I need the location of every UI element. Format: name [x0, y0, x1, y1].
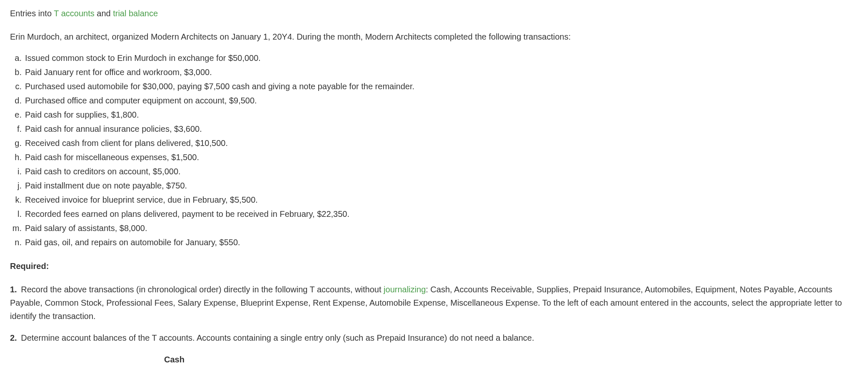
list-item: a.Issued common stock to Erin Murdoch in…	[10, 51, 858, 65]
item-marker: e.	[10, 108, 22, 122]
title-mid: and	[95, 9, 113, 18]
item-text: Paid gas, oil, and repairs on automobile…	[25, 238, 240, 247]
intro-paragraph: Erin Murdoch, an architect, organized Mo…	[10, 30, 858, 43]
t-accounts-link[interactable]: T accounts	[54, 9, 94, 18]
item-marker: c.	[10, 79, 22, 93]
list-item: n.Paid gas, oil, and repairs on automobi…	[10, 235, 858, 249]
req-text: Determine account balances of the T acco…	[19, 333, 534, 342]
list-item: f.Paid cash for annual insurance policie…	[10, 122, 858, 136]
journalizing-link[interactable]: journalizing	[384, 285, 426, 294]
item-text: Received invoice for blueprint service, …	[25, 195, 258, 204]
trial-balance-link[interactable]: trial balance	[113, 9, 158, 18]
list-item: m.Paid salary of assistants, $8,000.	[10, 221, 858, 235]
list-item: c.Purchased used automobile for $30,000,…	[10, 79, 858, 93]
item-text: Purchased office and computer equipment …	[25, 96, 257, 105]
list-item: k.Received invoice for blueprint service…	[10, 193, 858, 207]
req-number: 1.	[10, 285, 17, 294]
item-marker: i.	[10, 164, 22, 178]
list-item: g.Received cash from client for plans de…	[10, 136, 858, 150]
list-item: l.Recorded fees earned on plans delivere…	[10, 207, 858, 221]
item-marker: b.	[10, 65, 22, 79]
item-marker: j.	[10, 178, 22, 193]
item-text: Paid January rent for office and workroo…	[25, 68, 212, 77]
cash-account-header: Cash	[164, 353, 858, 366]
list-item: e.Paid cash for supplies, $1,800.	[10, 108, 858, 122]
item-marker: d.	[10, 93, 22, 108]
item-text: Purchased used automobile for $30,000, p…	[25, 82, 414, 91]
list-item: b.Paid January rent for office and workr…	[10, 65, 858, 79]
list-item: d.Purchased office and computer equipmen…	[10, 93, 858, 108]
item-text: Paid cash for annual insurance policies,…	[25, 124, 202, 133]
item-marker: g.	[10, 136, 22, 150]
item-marker: n.	[10, 235, 22, 249]
required-heading: Required:	[10, 259, 858, 273]
req-text-before: Record the above transactions (in chrono…	[19, 285, 384, 294]
transaction-list: a.Issued common stock to Erin Murdoch in…	[10, 51, 858, 249]
item-text: Paid cash for supplies, $1,800.	[25, 110, 139, 119]
item-marker: k.	[10, 193, 22, 207]
item-marker: l.	[10, 207, 22, 221]
item-marker: f.	[10, 122, 22, 136]
title-prefix: Entries into	[10, 9, 54, 18]
item-marker: a.	[10, 51, 22, 65]
list-item: j.Paid installment due on note payable, …	[10, 178, 858, 193]
list-item: i.Paid cash to creditors on account, $5,…	[10, 164, 858, 178]
item-text: Paid installment due on note payable, $7…	[25, 181, 187, 190]
item-text: Paid cash for miscellaneous expenses, $1…	[25, 153, 199, 162]
item-text: Issued common stock to Erin Murdoch in e…	[25, 53, 261, 63]
list-item: h.Paid cash for miscellaneous expenses, …	[10, 150, 858, 164]
page-title: Entries into T accounts and trial balanc…	[10, 7, 858, 20]
item-marker: h.	[10, 150, 22, 164]
requirement-2: 2. Determine account balances of the T a…	[10, 331, 858, 344]
item-text: Paid salary of assistants, $8,000.	[25, 224, 147, 233]
item-text: Paid cash to creditors on account, $5,00…	[25, 167, 181, 176]
item-text: Recorded fees earned on plans delivered,…	[25, 209, 349, 219]
item-marker: m.	[10, 221, 22, 235]
requirement-1: 1. Record the above transactions (in chr…	[10, 283, 858, 323]
item-text: Received cash from client for plans deli…	[25, 138, 228, 148]
req-number: 2.	[10, 333, 17, 342]
